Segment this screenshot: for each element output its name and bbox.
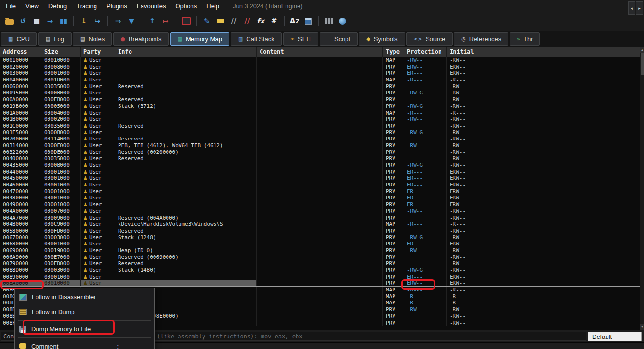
table-row[interactable]: 004B0000000C9000♟User\Device\HarddiskVol…: [0, 221, 640, 228]
menu-item-follow-in-dump[interactable]: Follow in Dump: [15, 304, 154, 319]
menubar-item-file[interactable]: File: [1, 1, 21, 11]
menubar-item-plugins[interactable]: Plugins: [102, 1, 132, 11]
scroll-up-button[interactable]: ▲: [640, 47, 644, 53]
table-row[interactable]: 0020000000114000♟UserReservedPRV-RW--: [0, 136, 640, 142]
table-row[interactable]: 0088D00000003000♟UserStack (1480)PRV-RW-…: [0, 267, 640, 274]
toolbar-calculator-icon[interactable]: [302, 15, 314, 27]
toolbar-label-red-icon[interactable]: //: [241, 15, 253, 27]
cell-initial: -RW--: [447, 129, 640, 136]
table-row[interactable]: 0044000000001000♟UserPRVER---ERW--: [0, 169, 640, 175]
tab-seh[interactable]: ∞SEH: [283, 32, 318, 46]
toolbar-fx-icon[interactable]: fx: [254, 15, 267, 27]
user-icon: ♟: [83, 84, 88, 89]
cell-content: [257, 110, 383, 116]
toolbar-s-badge-icon[interactable]: [180, 15, 192, 27]
table-row[interactable]: 001C000000035000♟UserReservedPRV-RW--: [0, 123, 640, 129]
menubar-item-help[interactable]: Help: [202, 1, 224, 11]
tab-thr[interactable]: »Thr: [510, 32, 540, 46]
menubar-item-view[interactable]: View: [21, 1, 44, 11]
table-row[interactable]: 000400000001D000♟UserMAP-R----R---: [0, 77, 640, 83]
menu-item-dump-memory-to-file[interactable]: Dump Memory to File: [15, 322, 154, 337]
tab-symbols[interactable]: ◆Symbols: [359, 32, 405, 46]
tab-memory-map[interactable]: ▦Memory Map: [170, 32, 229, 46]
table-row[interactable]: 001A000000004000♟UserMAP-R----R---: [0, 110, 640, 116]
menubar-item-options[interactable]: Options: [170, 1, 202, 11]
menubar-item-debug[interactable]: Debug: [44, 1, 72, 11]
table-row[interactable]: 008A000000010000♟UserPRVERW--ERW--: [0, 280, 640, 287]
menu-item-follow-in-disassembler[interactable]: Follow in Disassembler: [15, 290, 154, 304]
table-row[interactable]: 0001000000010000♟UserMAP-RW---RW--: [0, 57, 640, 64]
scrollbar-thumb[interactable]: [641, 53, 644, 75]
toolbar-close-icon[interactable]: ■: [30, 15, 43, 27]
toolbar-label-gray-icon[interactable]: //: [227, 15, 240, 27]
cell-initial: -R---: [447, 293, 640, 300]
toolbar-memory-columns-icon[interactable]: [322, 15, 335, 27]
table-row[interactable]: 0019B00000005000♟UserStack (3712)PRV-RW-…: [0, 103, 640, 110]
toolbar-pause-icon[interactable]: ▮▮: [57, 15, 70, 27]
toolbar-skip-next-icon[interactable]: ↦: [159, 15, 172, 27]
cell-type: PRV: [383, 83, 404, 90]
table-row[interactable]: 0068000000001000♟UserPRVER---ERW--: [0, 241, 640, 247]
toolbar-restart-icon[interactable]: ↺: [17, 15, 29, 27]
table-row[interactable]: 0002000000008000♟UserPRVERW--ERW--: [0, 64, 640, 70]
table-row[interactable]: 0006000000035000♟UserReservedPRV-RW--: [0, 83, 640, 90]
table-row[interactable]: 0048000000001000♟UserPRVER---ERW--: [0, 195, 640, 201]
toolbar-globe-icon[interactable]: [336, 15, 348, 27]
toolbar-hash-icon[interactable]: #: [268, 15, 280, 27]
table-row[interactable]: 003140000000E000♟UserPEB, TEB (4612), Wo…: [0, 142, 640, 149]
tab-call-stack[interactable]: ▥Call Stack: [231, 32, 282, 46]
table-row[interactable]: 004A000000007000♟UserPRV-RW---RW--: [0, 208, 640, 215]
tab-breakpoints[interactable]: ●Breakpoints: [113, 32, 168, 46]
tab-cpu[interactable]: ▦CPU: [1, 32, 37, 46]
tab-source[interactable]: <>Source: [406, 32, 453, 46]
toolbar-execute-till-return-icon[interactable]: ↑: [146, 15, 158, 27]
scroll-down-button[interactable]: ▼: [640, 324, 644, 330]
tab-notes[interactable]: ▤Notes: [73, 32, 112, 46]
table-row[interactable]: 00580000000FD000♟UserReservedPRV-RW--: [0, 228, 640, 234]
toolbar-assemble-pencil-icon[interactable]: ✎: [201, 15, 213, 27]
table-row[interactable]: 00322000000DE000♟UserReserved (00200000)…: [0, 149, 640, 156]
vertical-scrollbar[interactable]: ▲ ▼: [640, 47, 644, 330]
table-row[interactable]: 004350000000B000♟UserPRV-RW-G-RW--: [0, 162, 640, 169]
toolbar-run-to-user-code-icon[interactable]: ⇒: [112, 15, 124, 27]
tab-log[interactable]: ▤Log: [38, 32, 72, 46]
table-row[interactable]: 0040000000035000♟UserReservedPRV-RW--: [0, 155, 640, 162]
toolbar-comment-icon[interactable]: [214, 15, 227, 27]
tab-script[interactable]: ≡Script: [320, 32, 358, 46]
toolbar-open-file-icon[interactable]: [3, 15, 16, 27]
menu-item-comment[interactable]: Comment;: [15, 339, 154, 349]
table-row[interactable]: 000950000000B000♟UserPRV-RW-G-RW--: [0, 90, 640, 96]
cell-party: ♟User: [81, 201, 115, 208]
tab-scroll-right-button[interactable]: ▸: [636, 1, 643, 15]
toolbar-trace-into-icon[interactable]: ▼: [125, 15, 138, 27]
cell-party: ♟User: [81, 136, 115, 142]
table-row[interactable]: 000A0000000FB000♟UserReservedPRV-RW--: [0, 96, 640, 103]
table-row[interactable]: 006A9000000E7000♟UserReserved (00690000)…: [0, 254, 640, 261]
table-row[interactable]: 001F50000000B000♟UserPRV-RW-G-RW--: [0, 129, 640, 136]
toolbar-font-icon[interactable]: Az: [288, 15, 301, 27]
table-row[interactable]: 004A700000009000♟UserReserved (004A0000)…: [0, 215, 640, 221]
default-profile-select[interactable]: Default: [588, 332, 642, 341]
table-row[interactable]: 0003000000001000♟UserPRVER---ERW--: [0, 70, 640, 77]
table-row[interactable]: 0045000000001000♟UserPRVER---ERW--: [0, 175, 640, 182]
table-row[interactable]: 00790000000FD000♟UserReservedPRV-RW--: [0, 260, 640, 267]
menubar-item-favourites[interactable]: Favourites: [132, 1, 171, 11]
menubar-item-tracing[interactable]: Tracing: [72, 1, 102, 11]
toolbar-run-icon[interactable]: →: [44, 15, 56, 27]
table-row[interactable]: 0069000000019000♟UserHeap (ID 0)PRV-RW--…: [0, 247, 640, 254]
table-row[interactable]: 0046000000001000♟UserPRVER---ERW--: [0, 182, 640, 188]
table-row[interactable]: 0067D00000003000♟UserStack (1248)PRV-RW-…: [0, 234, 640, 241]
cell-size: 0000B000: [41, 129, 81, 136]
toolbar-step-into-icon[interactable]: ↓: [78, 15, 90, 27]
cell-address: 00680000: [0, 241, 41, 247]
table-row[interactable]: 0049000000001000♟UserPRVER---ERW--: [0, 201, 640, 208]
table-row[interactable]: 001B000000002000♟UserPRV-RW---RW--: [0, 116, 640, 123]
tab-scroll-left-button[interactable]: ◂: [628, 1, 635, 15]
tab-references[interactable]: ◎References: [454, 32, 508, 46]
cell-info: Reserved (00690000): [115, 254, 257, 261]
table-row[interactable]: 0089000000001000♟UserPRVER---ERW--: [0, 274, 640, 280]
table-row[interactable]: 0047000000001000♟UserPRVER---ERW--: [0, 188, 640, 195]
cell-type: PRV: [383, 64, 404, 70]
cell-protection: -RW-G: [404, 129, 447, 136]
toolbar-step-over-icon[interactable]: ↪: [91, 15, 104, 27]
